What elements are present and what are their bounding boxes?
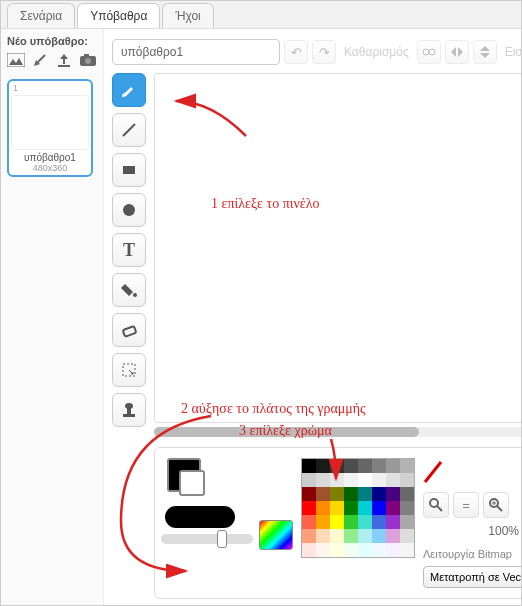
color-swatch[interactable] [386, 459, 400, 473]
color-swatch[interactable] [302, 501, 316, 515]
color-swatch[interactable] [400, 543, 414, 557]
color-swatch[interactable] [302, 487, 316, 501]
tab-sounds[interactable]: Ήχοι [162, 3, 213, 28]
color-swatch[interactable] [302, 459, 316, 473]
line-width-slider[interactable] [161, 534, 253, 544]
color-swatch[interactable] [316, 501, 330, 515]
color-swatch[interactable] [400, 529, 414, 543]
color-swatch[interactable] [358, 529, 372, 543]
color-swatch[interactable] [330, 459, 344, 473]
color-swatch[interactable] [316, 543, 330, 557]
color-swatch[interactable] [344, 501, 358, 515]
color-swatch[interactable] [372, 459, 386, 473]
horizontal-scrollbar[interactable] [154, 427, 522, 437]
scrollbar-thumb[interactable] [154, 427, 419, 437]
no-color-indicator[interactable] [423, 458, 443, 486]
text-tool[interactable]: T [112, 233, 146, 267]
clear-button[interactable]: Καθαρισμός [340, 40, 413, 64]
color-swatch[interactable] [400, 459, 414, 473]
color-swatch[interactable] [316, 487, 330, 501]
color-swatch[interactable] [344, 487, 358, 501]
color-swatch[interactable] [358, 501, 372, 515]
fill-tool[interactable] [112, 273, 146, 307]
convert-to-vector-button[interactable]: Μετατροπή σε Vector [423, 566, 522, 588]
zoom-in-button[interactable] [483, 492, 509, 518]
camera-icon[interactable] [79, 51, 97, 69]
color-swatch[interactable] [372, 487, 386, 501]
color-swatch[interactable] [344, 473, 358, 487]
new-backdrop-label: Νέο υπόβαθρο: [7, 35, 97, 47]
color-swatch[interactable] [302, 473, 316, 487]
color-swatch[interactable] [372, 543, 386, 557]
add-button[interactable] [417, 40, 441, 64]
slider-thumb[interactable] [217, 530, 227, 548]
color-swatch[interactable] [330, 487, 344, 501]
color-swatch[interactable] [330, 501, 344, 515]
backdrop-thumbnail[interactable]: 1 υπόβαθρο1 480x360 [7, 79, 93, 177]
ellipse-tool[interactable] [112, 193, 146, 227]
choose-from-library-icon[interactable] [7, 51, 25, 69]
color-swatch[interactable] [344, 543, 358, 557]
drawing-canvas[interactable] [154, 73, 522, 423]
color-swatch[interactable] [330, 473, 344, 487]
color-swatch[interactable] [316, 515, 330, 529]
color-gradient-picker[interactable] [259, 520, 293, 550]
upload-icon[interactable] [55, 51, 73, 69]
color-swatch[interactable] [330, 529, 344, 543]
svg-marker-1 [9, 58, 23, 65]
color-swatch[interactable] [372, 473, 386, 487]
import-button[interactable]: Εισαγωγή [501, 40, 522, 64]
color-swatch[interactable] [302, 515, 316, 529]
tab-backdrops[interactable]: Υπόβαθρα [77, 3, 160, 28]
color-swatch[interactable] [386, 529, 400, 543]
color-swatch[interactable] [372, 501, 386, 515]
color-swatch[interactable] [344, 515, 358, 529]
color-swatch[interactable] [358, 459, 372, 473]
svg-marker-11 [480, 46, 490, 51]
eraser-tool[interactable] [112, 313, 146, 347]
color-swatch[interactable] [400, 515, 414, 529]
color-swatch[interactable] [302, 529, 316, 543]
color-swatch[interactable] [386, 543, 400, 557]
zoom-level-label: 100% [488, 524, 519, 538]
color-swatch[interactable] [386, 501, 400, 515]
color-swatch[interactable] [344, 459, 358, 473]
color-swatch[interactable] [386, 515, 400, 529]
paint-new-icon[interactable] [31, 51, 49, 69]
color-swatch[interactable] [372, 529, 386, 543]
rectangle-tool[interactable] [112, 153, 146, 187]
undo-button[interactable]: ↶ [284, 40, 308, 64]
color-swatch[interactable] [316, 473, 330, 487]
color-swatch[interactable] [344, 529, 358, 543]
svg-point-7 [423, 49, 429, 55]
line-tool[interactable] [112, 113, 146, 147]
color-swatch[interactable] [358, 473, 372, 487]
costume-name-input[interactable] [112, 39, 280, 65]
color-swatch[interactable] [330, 515, 344, 529]
flip-v-button[interactable] [473, 40, 497, 64]
color-swatch[interactable] [330, 543, 344, 557]
color-swatch[interactable] [358, 515, 372, 529]
zoom-reset-button[interactable]: = [453, 492, 479, 518]
stamp-tool[interactable] [112, 393, 146, 427]
color-swatch[interactable] [386, 487, 400, 501]
color-swatch[interactable] [316, 529, 330, 543]
svg-rect-17 [123, 326, 137, 337]
select-tool[interactable] [112, 353, 146, 387]
svg-point-5 [85, 58, 91, 64]
color-swatch[interactable] [400, 473, 414, 487]
current-color-swatch[interactable] [167, 458, 201, 492]
color-swatch[interactable] [400, 501, 414, 515]
color-swatch[interactable] [386, 473, 400, 487]
redo-button[interactable]: ↷ [312, 40, 336, 64]
color-swatch[interactable] [302, 543, 316, 557]
color-swatch[interactable] [372, 515, 386, 529]
eyedropper-button[interactable] [423, 492, 449, 518]
color-swatch[interactable] [358, 487, 372, 501]
color-swatch[interactable] [316, 459, 330, 473]
brush-tool[interactable] [112, 73, 146, 107]
tab-scenarios[interactable]: Σενάρια [7, 3, 75, 28]
color-swatch[interactable] [358, 543, 372, 557]
flip-h-button[interactable] [445, 40, 469, 64]
color-swatch[interactable] [400, 487, 414, 501]
